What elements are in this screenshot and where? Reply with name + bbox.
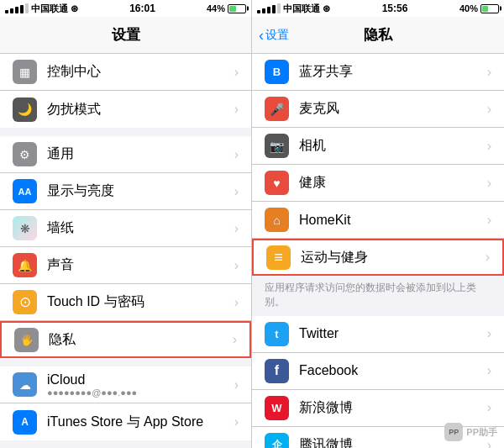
wallpaper-label: 墙纸 [47,219,234,237]
left-nav-title: 设置 [112,25,140,45]
left-status-bar: 中国联通 ⊛ 16:01 44% [0,0,251,17]
left-gap-1 [0,128,251,136]
back-label: 设置 [265,28,289,43]
left-item-touchid[interactable]: ⊙ Touch ID 与密码 › [0,284,251,321]
tencent-icon: 企 [265,433,289,448]
left-item-display[interactable]: AA 显示与亮度 › [0,173,251,210]
fitness-icon: ≡ [266,245,291,270]
left-section-1: ▦ 控制中心 › 🌙 勿扰模式 › [0,54,251,128]
control-center-icon: ▦ [13,60,37,84]
left-time: 16:01 [129,3,155,14]
left-item-icloud[interactable]: ☁ iCloud ●●●●●●●●@●●●.●●● › [0,366,251,403]
health-label: 健康 [299,174,487,192]
right-settings-list: B 蓝牙共享 › 🎤 麦克风 › 📷 相机 › [252,54,504,448]
chevron-icon: › [234,102,239,117]
icloud-icon: ☁ [13,372,37,397]
bluetooth-label: 蓝牙共享 [299,63,487,81]
right-item-twitter[interactable]: t Twitter › [252,316,504,353]
left-item-itunes[interactable]: A iTunes Store 与 App Store › [0,403,251,440]
weibo-label: 新浪微博 [299,399,487,417]
carrier-text: 中国联通 [31,3,68,15]
left-item-sounds[interactable]: 🔔 声音 › [0,247,251,284]
facebook-label: Facebook [299,363,487,378]
left-carrier: 中国联通 ⊛ [5,3,78,15]
health-icon: ♥ [265,171,289,195]
icloud-subtitle: ●●●●●●●●@●●●.●●● [47,387,234,398]
right-nav-title: 隐私 [364,25,392,45]
right-item-weibo[interactable]: W 新浪微博 › [252,390,504,427]
signal-icon [5,3,29,13]
battery-percent: 44% [207,3,225,13]
chevron-icon: › [233,332,237,347]
microphone-label: 麦克风 [299,100,487,118]
right-battery-area: 40% [459,3,499,13]
right-section-1: B 蓝牙共享 › 🎤 麦克风 › 📷 相机 › [252,54,504,276]
left-item-control-center[interactable]: ▦ 控制中心 › [0,54,251,91]
chevron-icon: › [234,414,239,430]
left-section-3: ☁ iCloud ●●●●●●●●@●●●.●●● › A iTunes Sto… [0,366,251,440]
right-status-bar: 中国联通 ⊛ 15:56 40% [252,0,504,17]
left-panel: 中国联通 ⊛ 16:01 44% 设置 ▦ 控制中心 › [0,0,252,448]
chevron-icon: › [234,377,239,393]
chevron-icon: › [234,258,239,273]
left-item-general[interactable]: ⚙ 通用 › [0,136,251,173]
sounds-icon: 🔔 [13,253,37,277]
touchid-label: Touch ID 与密码 [47,293,234,311]
right-item-health[interactable]: ♥ 健康 › [252,165,504,202]
icloud-label: iCloud [47,372,234,387]
back-button[interactable]: ‹ 设置 [259,28,289,43]
homekit-icon: ⌂ [265,208,289,232]
wallpaper-icon: ❋ [13,216,37,240]
chevron-icon: › [487,213,491,228]
left-item-do-not-disturb[interactable]: 🌙 勿扰模式 › [0,91,251,128]
right-item-microphone[interactable]: 🎤 麦克风 › [252,91,504,128]
itunes-icon: A [13,410,37,435]
twitter-label: Twitter [299,326,487,341]
left-settings-list: ▦ 控制中心 › 🌙 勿扰模式 › ⚙ 通用 › [0,54,251,448]
facebook-icon: f [265,359,289,383]
right-item-bluetooth[interactable]: B 蓝牙共享 › [252,54,504,91]
watermark-text: PP助手 [466,426,497,439]
control-center-label: 控制中心 [47,63,234,81]
bluetooth-icon: B [265,60,289,84]
homekit-label: HomeKit [299,213,487,228]
chevron-icon: › [234,221,239,236]
itunes-label: iTunes Store 与 App Store [47,414,234,431]
battery-icon [480,4,499,13]
do-not-disturb-icon: 🌙 [13,98,37,122]
do-not-disturb-label: 勿扰模式 [47,101,234,119]
signal-icon [257,3,281,13]
back-chevron-icon: ‹ [259,28,264,43]
watermark: PP PP助手 [444,423,497,441]
chevron-icon: › [487,139,491,154]
right-item-fitness[interactable]: ≡ 运动与健身 › [252,239,504,276]
chevron-icon: › [487,400,491,415]
microphone-icon: 🎤 [265,97,289,121]
right-time: 15:56 [382,3,408,14]
chevron-icon: › [487,363,491,378]
battery-percent: 40% [459,3,478,13]
carrier-text: 中国联通 [283,3,320,15]
weibo-icon: W [265,396,289,420]
privacy-icon: 🖐 [14,328,39,352]
right-item-camera[interactable]: 📷 相机 › [252,128,504,165]
general-label: 通用 [47,145,234,163]
left-battery-area: 44% [207,3,246,13]
right-panel: 中国联通 ⊛ 15:56 40% ‹ 设置 隐私 B 蓝牙共享 › [252,0,504,448]
left-item-privacy[interactable]: 🖐 隐私 › [0,321,251,358]
left-nav-bar: 设置 [0,17,251,54]
right-nav-bar: ‹ 设置 隐私 [252,17,504,54]
display-label: 显示与亮度 [47,182,234,200]
chevron-icon: › [234,147,239,162]
left-gap-2 [0,358,251,366]
right-item-facebook[interactable]: f Facebook › [252,353,504,390]
twitter-icon: t [265,322,289,346]
chevron-icon: › [487,102,491,117]
left-section-2: ⚙ 通用 › AA 显示与亮度 › ❋ 墙纸 › � [0,136,251,358]
right-item-homekit[interactable]: ⌂ HomeKit › [252,202,504,239]
camera-label: 相机 [299,137,487,155]
fitness-label: 运动与健身 [301,249,486,266]
chevron-icon: › [487,326,491,341]
wifi-icon: ⊛ [323,3,330,14]
left-item-wallpaper[interactable]: ❋ 墙纸 › [0,210,251,247]
